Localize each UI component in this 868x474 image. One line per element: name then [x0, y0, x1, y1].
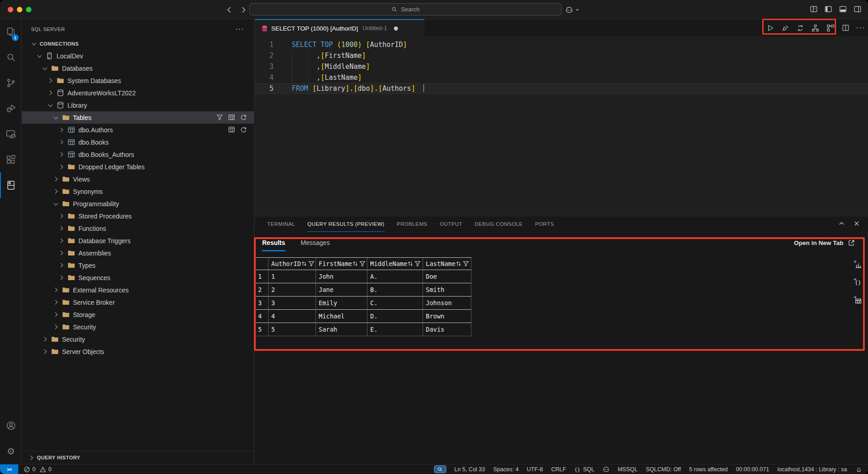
status-mssql-provider[interactable]: MSSQL	[618, 466, 638, 473]
copilot-menu-button[interactable]	[565, 4, 580, 15]
tree-item-library[interactable]: Library	[22, 99, 254, 111]
column-header-authorid[interactable]: AuthorID	[269, 257, 316, 270]
tree-section-connections[interactable]: CONNECTIONS	[22, 37, 254, 50]
unsaved-changes-dot[interactable]	[394, 26, 398, 31]
sort-icon[interactable]	[407, 260, 413, 267]
tree-item-programmability[interactable]: Programmability	[22, 198, 254, 210]
tree-item-database-triggers[interactable]: Database Triggers	[22, 234, 254, 247]
filter-icon[interactable]	[414, 260, 421, 267]
close-panel-icon[interactable]	[853, 220, 861, 228]
tree-item-dbo-books-authors[interactable]: dbo.Books_Authors	[22, 148, 254, 161]
data-cell[interactable]: John	[316, 270, 367, 283]
status-connection-info[interactable]: localhost,1434 : Library : sa	[777, 466, 847, 473]
save-as-json-icon[interactable]	[852, 277, 863, 287]
editor-tab[interactable]: SELECT TOP (1000) [AuthorID] Untitled-1	[255, 19, 424, 36]
data-cell[interactable]: Sarah	[316, 323, 367, 336]
toggle-panel-icon[interactable]	[839, 5, 847, 13]
activity-item-remote-explorer[interactable]	[0, 121, 21, 147]
data-cell[interactable]: Doe	[423, 270, 471, 283]
data-cell[interactable]: 2	[269, 283, 316, 297]
data-cell[interactable]: E.	[367, 323, 423, 336]
back-icon[interactable]	[224, 5, 234, 15]
data-cell[interactable]: B.	[367, 283, 423, 297]
disconnect-icon[interactable]	[781, 24, 790, 32]
tree-item-dbo-books[interactable]: dbo.Books	[22, 136, 254, 148]
status-notifications[interactable]	[855, 466, 863, 473]
status-copilot-status[interactable]	[603, 466, 610, 473]
row-number-cell[interactable]: 3	[255, 297, 269, 310]
tree-item-localdev[interactable]: LocalDev	[22, 50, 254, 62]
filter-icon[interactable]	[308, 260, 315, 267]
results-tab-results[interactable]: Results	[262, 239, 285, 251]
tree-item-types[interactable]: Types	[22, 259, 254, 271]
data-cell[interactable]: Emily	[316, 297, 367, 310]
search-input[interactable]: Search	[249, 3, 562, 16]
code-editor[interactable]: 12345 SELECT TOP (1000) [AuthorID] ,[Fir…	[255, 36, 868, 216]
column-header-middlename[interactable]: MiddleName	[367, 257, 423, 270]
activity-item-settings[interactable]: ⚙	[0, 438, 21, 464]
data-cell[interactable]: Johnson	[423, 297, 471, 310]
tree-item-security[interactable]: Security	[22, 321, 254, 333]
tree-item-stored-procedures[interactable]: Stored Procedures	[22, 210, 254, 222]
table-grid-icon[interactable]	[228, 126, 236, 134]
panel-tab-problems[interactable]: PROBLEMS	[397, 216, 427, 232]
estimated-plan-icon[interactable]	[811, 24, 820, 32]
zoom-window-button[interactable]	[26, 7, 31, 12]
refresh-icon[interactable]	[240, 114, 248, 121]
activity-item-run-and-debug[interactable]	[0, 96, 21, 121]
toggle-secondary-sidebar-icon[interactable]	[853, 5, 862, 13]
tree-item-dropped-ledger-tables[interactable]: Dropped Ledger Tables	[22, 161, 254, 173]
more-actions-icon[interactable]: ···	[856, 24, 865, 32]
status-encoding[interactable]: UTF-8	[527, 466, 543, 473]
query-history-section[interactable]: QUERY HISTORY	[22, 451, 254, 464]
tree-item-sequences[interactable]: Sequences	[22, 271, 254, 284]
panel-tab-terminal[interactable]: TERMINAL	[267, 216, 295, 232]
status-cursor-position[interactable]: Ln 5, Col 33	[455, 466, 485, 473]
customize-layout-icon[interactable]	[810, 5, 818, 13]
status-query-duration[interactable]: 00:00:00.071	[736, 466, 769, 473]
more-actions-icon[interactable]: ···	[235, 25, 244, 33]
activity-item-search[interactable]	[0, 45, 21, 70]
status-sqlcmd-mode[interactable]: SQLCMD: Off	[646, 466, 681, 473]
data-cell[interactable]: 1	[269, 270, 316, 283]
row-number-cell[interactable]: 5	[255, 323, 269, 336]
tree-item-functions[interactable]: Functions	[22, 222, 254, 234]
activity-item-explorer[interactable]: 1	[0, 19, 21, 45]
sort-icon[interactable]	[455, 260, 462, 267]
status-language-mode[interactable]: {}SQL	[574, 466, 594, 473]
status-eol[interactable]: CRLF	[551, 466, 566, 473]
data-cell[interactable]: 5	[269, 323, 316, 336]
maximize-panel-icon[interactable]	[838, 220, 846, 228]
tree-item-databases[interactable]: Databases	[22, 62, 254, 74]
tree-item-views[interactable]: Views	[22, 173, 254, 185]
filter-icon[interactable]	[463, 260, 469, 267]
tree-item-dbo-authors[interactable]: dbo.Authors	[22, 124, 254, 136]
tree-item-system-databases[interactable]: System Databases	[22, 74, 254, 87]
close-window-button[interactable]	[8, 7, 13, 12]
tree-item-external-resources[interactable]: External Resources	[22, 284, 254, 296]
data-cell[interactable]: Jane	[316, 283, 367, 297]
open-in-new-tab-button[interactable]: Open in New Tab	[794, 239, 855, 247]
data-cell[interactable]: A.	[367, 270, 423, 283]
column-header-firstname[interactable]: FirstName	[316, 257, 367, 270]
filter-icon[interactable]	[359, 260, 366, 267]
panel-tab-output[interactable]: OUTPUT	[439, 216, 462, 232]
status-zoom-indicator[interactable]	[434, 465, 446, 473]
tree-item-security[interactable]: Security	[22, 333, 254, 345]
activity-item-extensions[interactable]	[0, 147, 21, 172]
minimize-window-button[interactable]	[17, 7, 22, 12]
tree-item-server-objects[interactable]: Server Objects	[22, 345, 254, 358]
remote-indicator[interactable]: ><	[0, 464, 18, 474]
row-number-cell[interactable]: 4	[255, 310, 269, 323]
results-tab-messages[interactable]: Messages	[301, 239, 330, 251]
activity-item-source-control[interactable]	[0, 70, 21, 96]
problems-status[interactable]: 0 0	[24, 466, 52, 473]
filter-icon[interactable]	[216, 114, 224, 121]
data-cell[interactable]: Brown	[423, 310, 471, 323]
status-rows-affected[interactable]: 5 rows affected	[689, 466, 728, 473]
run-query-icon[interactable]	[766, 24, 775, 32]
data-cell[interactable]: D.	[367, 310, 423, 323]
status-indentation[interactable]: Spaces: 4	[493, 466, 519, 473]
tree-item-service-broker[interactable]: Service Broker	[22, 296, 254, 308]
tree-item-adventureworkslt2022[interactable]: AdventureWorksLT2022	[22, 87, 254, 99]
